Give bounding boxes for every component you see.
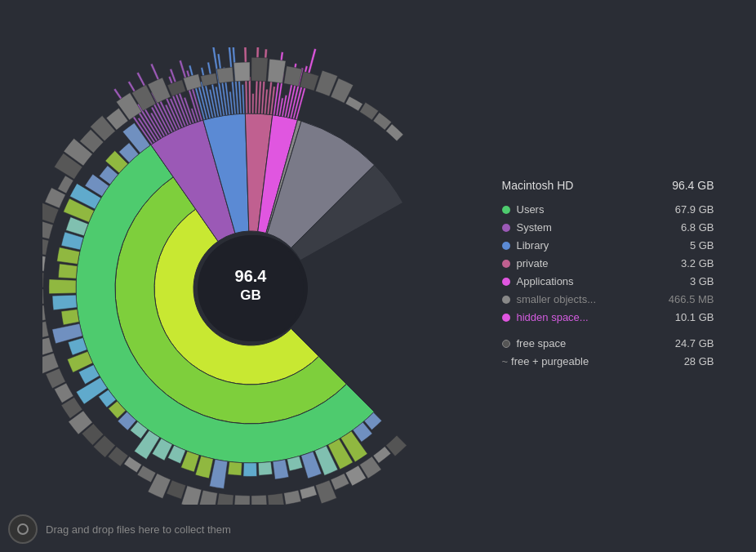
purgeable-size: 28 GB (657, 355, 714, 367)
disk-size: 96.4 GB (672, 179, 714, 192)
users-dot (502, 206, 510, 214)
system-size: 6.8 GB (657, 221, 714, 234)
legend-item-system[interactable]: System 6.8 GB (502, 221, 714, 234)
legend-item-smaller[interactable]: smaller objects... 466.5 MB (502, 293, 714, 305)
private-dot (502, 260, 510, 268)
legend-item-library[interactable]: Library 5 GB (502, 239, 714, 252)
smaller-size: 466.5 MB (657, 293, 714, 305)
hidden-dot (502, 314, 510, 322)
library-dot (502, 242, 510, 250)
system-label: System (517, 221, 657, 234)
legend-item-applications[interactable]: Applications 3 GB (502, 275, 714, 287)
legend-item-purgeable[interactable]: ~ free + purgeable 28 GB (502, 355, 714, 367)
legend-header: Macintosh HD 96.4 GB (502, 179, 714, 192)
legend-item-private[interactable]: private 3.2 GB (502, 257, 714, 269)
users-size: 67.9 GB (657, 203, 714, 216)
free-label: free space (517, 337, 657, 349)
hidden-size: 10.1 GB (657, 311, 714, 323)
system-dot (502, 224, 510, 232)
legend-item-hidden[interactable]: hidden space... 10.1 GB (502, 311, 714, 323)
applications-label: Applications (517, 275, 657, 287)
svg-text:GB: GB (240, 287, 261, 303)
drop-text: Drag and drop files here to collect them (46, 523, 231, 536)
legend-item-users[interactable]: Users 67.9 GB (502, 203, 714, 216)
users-label: Users (517, 203, 657, 216)
disk-name: Macintosh HD (502, 179, 574, 192)
bottom-bar: Drag and drop files here to collect them (8, 514, 231, 544)
drop-target[interactable] (8, 514, 38, 544)
private-label: private (517, 257, 657, 269)
smaller-dot (502, 296, 510, 304)
svg-text:96.4: 96.4 (234, 267, 267, 285)
smaller-label: smaller objects... (517, 293, 657, 305)
private-size: 3.2 GB (657, 257, 714, 269)
disk-chart[interactable]: // We'll render these via JS after (42, 47, 467, 505)
library-label: Library (517, 239, 657, 252)
applications-dot (502, 278, 510, 286)
library-size: 5 GB (657, 239, 714, 252)
applications-size: 3 GB (657, 275, 714, 287)
hidden-label: hidden space... (517, 311, 657, 323)
free-size: 24.7 GB (657, 337, 714, 349)
free-dot (502, 340, 510, 348)
main-container: // We'll render these via JS after (0, 0, 756, 552)
legend-item-free[interactable]: free space 24.7 GB (502, 337, 714, 349)
drop-circle-inner (17, 523, 29, 535)
chart-area: // We'll render these via JS after (42, 47, 467, 505)
purgeable-label: free + purgeable (511, 355, 656, 367)
legend-divider (502, 329, 714, 337)
purgeable-prefix: ~ (502, 355, 509, 367)
legend-panel: Macintosh HD 96.4 GB Users 67.9 GB Syste… (486, 179, 714, 373)
